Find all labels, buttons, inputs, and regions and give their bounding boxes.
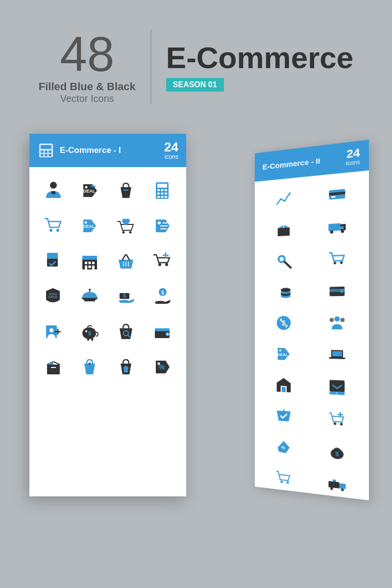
card-back-count: 24 icons <box>346 147 360 167</box>
svg-point-122 <box>85 330 87 332</box>
svg-text:SALE: SALE <box>49 295 58 298</box>
icon-open-box <box>260 214 308 245</box>
svg-rect-71 <box>157 189 160 191</box>
svg-point-50 <box>286 481 289 484</box>
svg-rect-52 <box>339 483 345 489</box>
icon-group-users <box>311 308 363 338</box>
icon-hand-coins: $ <box>146 281 178 312</box>
icon-shopping-bag <box>110 175 142 206</box>
svg-point-80 <box>49 229 52 232</box>
svg-rect-59 <box>45 150 48 153</box>
header: 48 Filled Blue & Black Vector Icons E-Co… <box>0 0 392 124</box>
card-front-header: E-Commerce - I 24 icons <box>29 134 186 167</box>
svg-rect-65 <box>51 191 55 194</box>
icon-calculator <box>146 175 178 206</box>
icon-cart <box>37 210 70 242</box>
svg-rect-137 <box>124 368 128 372</box>
svg-rect-34 <box>332 351 342 356</box>
svg-text:DEAL: DEAL <box>277 352 288 357</box>
icon-cart-2 <box>260 462 308 495</box>
subtitle-line1: Filled Blue & Black <box>39 80 136 93</box>
svg-point-103 <box>158 263 161 266</box>
icon-basket <box>110 245 142 277</box>
subtitle-line2: Vector Icons <box>60 93 114 104</box>
svg-point-43 <box>340 423 343 426</box>
svg-line-45 <box>338 415 343 415</box>
icon-warehouse <box>260 370 308 400</box>
svg-point-135 <box>89 363 91 365</box>
svg-point-84 <box>122 231 125 234</box>
svg-rect-95 <box>89 262 91 264</box>
card-front-title: E-Commerce - I <box>60 146 121 155</box>
icon-money-hand: $ <box>110 281 142 312</box>
icon-shopping-bag2 <box>74 351 106 383</box>
svg-point-112 <box>89 289 91 291</box>
svg-rect-74 <box>157 193 160 195</box>
season-badge: SEASON 01 <box>166 78 224 92</box>
svg-rect-123 <box>87 338 89 341</box>
svg-point-29 <box>329 318 334 322</box>
svg-rect-61 <box>41 154 44 156</box>
svg-point-131 <box>167 333 169 335</box>
svg-point-49 <box>280 480 283 483</box>
svg-rect-75 <box>161 193 164 195</box>
icon-deal-tag: DEAL <box>74 175 106 206</box>
svg-point-86 <box>158 221 161 224</box>
svg-rect-9 <box>328 223 340 231</box>
icon-bag-search <box>110 316 142 347</box>
svg-point-2 <box>289 192 291 194</box>
svg-rect-77 <box>157 196 160 198</box>
svg-point-104 <box>165 263 168 266</box>
svg-rect-96 <box>92 262 95 264</box>
icon-delivery-box <box>37 351 70 383</box>
count-number: 48 <box>60 29 114 78</box>
back-icon-grid: $ DEAL $ <box>255 171 369 509</box>
svg-rect-62 <box>45 154 48 156</box>
front-icon-grid: DEAL DEAL <box>29 167 186 391</box>
icon-wallet <box>146 316 178 347</box>
icon-delivery-truck <box>311 210 363 243</box>
icon-price-down: $ <box>311 372 363 403</box>
svg-text:$: $ <box>335 451 339 457</box>
svg-rect-129 <box>155 328 170 331</box>
icon-money-bag: $ <box>311 435 363 469</box>
header-right: E-Commerce SEASON 01 <box>151 43 353 92</box>
page-wrapper: 48 Filled Blue & Black Vector Icons E-Co… <box>0 0 392 588</box>
icon-price-tag-blue: % <box>260 431 308 464</box>
icon-percent-tag: % <box>146 351 178 383</box>
header-left: 48 Filled Blue & Black Vector Icons <box>39 29 151 104</box>
icon-laptop <box>311 341 363 371</box>
icon-coins <box>260 277 308 306</box>
card-front-count-label: icons <box>164 153 178 160</box>
svg-rect-91 <box>47 253 58 259</box>
svg-rect-73 <box>165 189 167 191</box>
icon-cart-small <box>311 243 363 274</box>
svg-point-83 <box>85 221 87 224</box>
card-front-count: 24 icons <box>164 141 178 160</box>
svg-text:$: $ <box>281 319 285 327</box>
svg-point-28 <box>334 317 340 322</box>
card-back-count-num: 24 <box>346 147 360 160</box>
svg-point-17 <box>333 262 336 265</box>
svg-point-30 <box>340 318 344 322</box>
icon-salesman <box>37 175 70 206</box>
icon-wallet-card <box>311 275 363 305</box>
svg-rect-39 <box>329 380 344 392</box>
svg-rect-70 <box>157 184 167 188</box>
icon-document-check <box>37 245 70 277</box>
icon-price-tag <box>146 210 178 242</box>
svg-rect-94 <box>85 262 87 264</box>
card-front-count-num: 24 <box>164 141 178 153</box>
svg-text:$: $ <box>88 331 91 336</box>
icon-credit-card <box>311 177 363 211</box>
svg-text:%: % <box>281 445 285 450</box>
icon-deal-badge: DEAL <box>74 210 106 242</box>
icon-contact-add <box>37 316 70 347</box>
card-front-header-left: E-Commerce - I <box>37 142 121 159</box>
icon-line-chart <box>260 183 308 215</box>
svg-rect-38 <box>281 387 285 392</box>
svg-rect-35 <box>329 357 345 359</box>
svg-rect-79 <box>165 196 167 198</box>
card-back: E-Commerce - II 24 icons <box>255 140 369 500</box>
svg-point-18 <box>340 261 343 264</box>
